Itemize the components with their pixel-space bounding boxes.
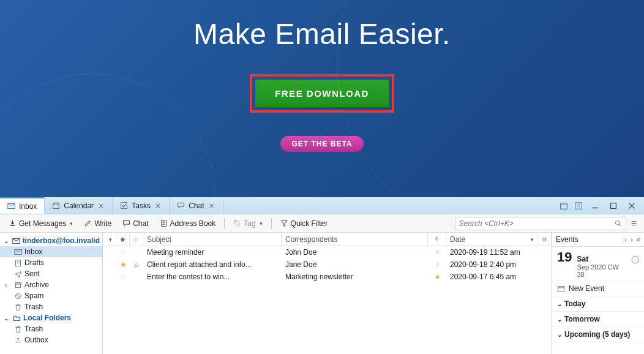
star-icon[interactable]: ☆: [116, 248, 130, 257]
spam-icon: [13, 292, 22, 300]
chevron-down-icon: ▾: [70, 220, 73, 227]
folder-archive[interactable]: › Archive: [0, 279, 102, 290]
outbox-icon: [13, 336, 22, 344]
toolbar-label: Address Book: [170, 219, 216, 228]
free-download-button[interactable]: FREE DOWNLOAD: [255, 80, 389, 107]
chat-button[interactable]: Chat: [118, 217, 153, 230]
local-folders-node[interactable]: ⌄ Local Folders: [0, 312, 102, 323]
mail-icon: [7, 202, 15, 210]
folder-label: Archive: [24, 281, 49, 289]
toolbar-label: Tag: [244, 219, 255, 228]
folder-sent[interactable]: Sent: [0, 268, 102, 279]
star-icon[interactable]: ★: [116, 260, 130, 269]
close-pane-button[interactable]: ×: [637, 236, 640, 243]
svg-rect-31: [542, 240, 547, 241]
folder-label: tinderbox@foo.invalid: [23, 236, 100, 245]
date-number: 19: [557, 249, 572, 265]
chevron-right-icon: ›: [5, 282, 11, 288]
close-icon[interactable]: ×: [154, 201, 162, 211]
svg-point-16: [163, 222, 164, 223]
tab-label: Tasks: [132, 201, 151, 210]
new-event-button[interactable]: New Event: [552, 281, 644, 296]
folder-outbox[interactable]: Outbox: [0, 334, 102, 345]
close-icon[interactable]: ×: [208, 201, 215, 211]
maximize-button[interactable]: [605, 200, 622, 212]
junk-icon[interactable]: [428, 274, 446, 281]
new-event-label: New Event: [569, 284, 604, 293]
tab-tasks[interactable]: Tasks ×: [113, 197, 170, 214]
section-today[interactable]: ⌄Today: [552, 296, 644, 312]
folder-label: Spam: [24, 292, 43, 300]
svg-rect-12: [611, 203, 616, 208]
col-date[interactable]: Date▾: [446, 233, 538, 246]
folder-label: Inbox: [24, 247, 42, 256]
today-circle-icon[interactable]: ◯: [631, 255, 639, 263]
message-date: 2020-09-19 11:52 am: [446, 248, 538, 257]
inbox-icon: [13, 248, 22, 256]
svg-rect-5: [121, 203, 127, 209]
tab-inbox[interactable]: Inbox: [0, 197, 45, 214]
chevron-down-icon: ⌄: [4, 238, 9, 244]
search-input[interactable]: [459, 219, 614, 228]
get-beta-button[interactable]: GET THE BETA: [280, 136, 363, 152]
section-upcoming[interactable]: ⌄Upcoming (5 days): [552, 327, 644, 342]
quick-filter-button[interactable]: Quick Filter: [275, 217, 333, 230]
col-subject[interactable]: Subject: [143, 233, 282, 246]
minimize-button[interactable]: [586, 200, 604, 212]
separator: [224, 218, 225, 229]
get-messages-button[interactable]: Get Messages ▾: [4, 217, 78, 230]
message-list-pane: ▾ ★ Subject Correspondents Date▾ ☆Meetin…: [103, 233, 552, 354]
star-icon[interactable]: ☆: [116, 273, 130, 281]
events-header: Events ‹ › ×: [552, 233, 644, 247]
write-button[interactable]: Write: [79, 217, 116, 230]
next-button[interactable]: ›: [631, 236, 633, 243]
tab-label: Inbox: [19, 202, 37, 211]
message-row[interactable]: ☆Meeting reminderJohn Doe2020-09-19 11:5…: [103, 246, 552, 258]
today-date[interactable]: 19 Sat Sep 2020 CW 38 ◯: [552, 247, 644, 281]
address-book-button[interactable]: Address Book: [155, 217, 221, 230]
col-attachment[interactable]: [130, 233, 143, 246]
calendar-pane-icon[interactable]: [557, 200, 571, 212]
tasks-pane-icon[interactable]: [572, 200, 585, 212]
svg-rect-30: [542, 239, 547, 239]
message-row[interactable]: ★Client report attached and info...Jane …: [103, 258, 552, 271]
calendar-add-icon: [557, 285, 565, 293]
events-pane: Events ‹ › × 19 Sat Sep 2020 CW 38 ◯ New…: [552, 233, 644, 354]
tab-calendar[interactable]: Calendar ×: [45, 197, 113, 214]
col-star[interactable]: ★: [116, 233, 130, 246]
col-correspondents[interactable]: Correspondents: [282, 233, 428, 246]
close-icon[interactable]: ×: [97, 201, 105, 211]
mail-app: Inbox Calendar × Tasks × Chat × Get: [0, 197, 644, 354]
col-picker[interactable]: [538, 233, 552, 246]
folder-label: Local Folders: [23, 314, 71, 322]
close-button[interactable]: [623, 200, 640, 212]
tab-chat[interactable]: Chat ×: [170, 197, 223, 214]
col-junk[interactable]: [428, 233, 446, 246]
hero-banner: Make Email Easier. FREE DOWNLOAD GET THE…: [0, 0, 644, 197]
svg-line-19: [619, 224, 621, 226]
message-correspondent: Marketing newsletter: [282, 273, 428, 281]
folder-spam[interactable]: Spam: [0, 290, 102, 301]
search-box[interactable]: [455, 217, 626, 230]
folder-trash[interactable]: Trash: [0, 301, 102, 312]
folder-label: Outbox: [24, 336, 48, 344]
col-thread[interactable]: ▾: [103, 233, 116, 246]
app-menu-button[interactable]: ≡: [627, 216, 640, 232]
trash-icon: [13, 325, 22, 333]
prev-button[interactable]: ‹: [624, 236, 627, 243]
search-icon: [614, 219, 622, 227]
folder-local-trash[interactable]: Trash: [0, 323, 102, 334]
mail-icon: [12, 237, 20, 245]
account-node[interactable]: ⌄ tinderbox@foo.invalid: [0, 235, 102, 246]
folder-inbox[interactable]: Inbox: [0, 246, 102, 257]
folder-drafts[interactable]: Drafts: [0, 257, 102, 268]
tag-button[interactable]: Tag ▾: [228, 217, 267, 230]
message-row[interactable]: ☆Enter the contest to win...Marketing ne…: [103, 271, 552, 283]
junk-icon[interactable]: [428, 262, 446, 268]
section-tomorrow[interactable]: ⌄Tomorrow: [552, 312, 644, 327]
toolbar-label: Chat: [133, 219, 148, 228]
separator: [271, 218, 272, 229]
main-panes: ⌄ tinderbox@foo.invalid Inbox Drafts Sen…: [0, 233, 644, 354]
junk-icon[interactable]: [428, 249, 446, 256]
toolbar-label: Get Messages: [19, 219, 66, 228]
